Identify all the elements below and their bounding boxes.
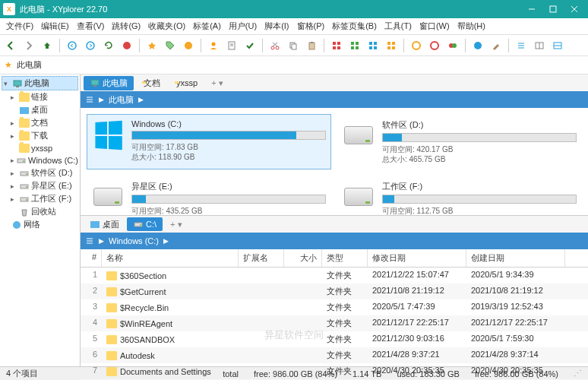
tree-item[interactable]: 网络 (2, 218, 78, 231)
hamburger-icon[interactable] (85, 95, 94, 104)
tree-item[interactable]: 回收站 (2, 205, 78, 218)
menu-item[interactable]: 跳转(G) (109, 19, 144, 33)
menu-item[interactable]: 帮助(H) (454, 19, 488, 33)
forward-button[interactable] (21, 38, 36, 53)
col-created[interactable]: 创建日期 (466, 249, 565, 267)
grid-yellow-icon[interactable] (384, 38, 399, 53)
cut-icon[interactable] (267, 38, 283, 53)
tree-item[interactable]: ▸异星区 (E:) (2, 179, 78, 192)
palette-icon[interactable] (470, 38, 485, 53)
table-row[interactable]: 6Autodesk文件夹2021/4/28 9:37:212021/4/28 9… (81, 347, 588, 363)
minimize-button[interactable] (521, 0, 542, 18)
circle-yellow-icon[interactable] (409, 38, 424, 53)
menu-item[interactable]: 编辑(E) (38, 19, 72, 33)
menu-item[interactable]: 文件(F) (3, 19, 36, 33)
check-icon[interactable] (242, 38, 258, 53)
drive-tile[interactable]: Windows (C:)可用空间: 17.83 GB总大小: 118.90 GB (87, 114, 331, 169)
star-icon[interactable]: ★ (5, 60, 12, 70)
table-row[interactable]: 3$Recycle.Bin文件夹2020/5/1 7:47:392019/3/1… (81, 299, 588, 315)
menu-item[interactable]: 标签页集(B) (329, 19, 380, 33)
col-index[interactable]: # (81, 249, 102, 267)
col-modified[interactable]: 修改日期 (368, 249, 466, 267)
menu-item[interactable]: 工具(T) (381, 19, 415, 33)
breadcrumb-segment[interactable]: Windows (C:) (109, 236, 159, 245)
stop-button[interactable] (119, 38, 134, 53)
script-icon[interactable] (224, 38, 239, 53)
tree-item[interactable]: ▸工作区 (F:) (2, 192, 78, 205)
home-icon[interactable] (181, 38, 196, 53)
list-icon[interactable] (514, 38, 529, 53)
menu-item[interactable]: 收藏夹(O) (145, 19, 188, 33)
tree-item[interactable]: ▾此电脑 (2, 76, 78, 90)
panel-icon[interactable] (532, 38, 547, 53)
file-list-body[interactable]: 1$360Section文件夹2021/12/22 15:07:472020/5… (81, 268, 588, 380)
tag-icon[interactable] (163, 38, 178, 53)
tree-item[interactable]: ▸Windows (C:) (2, 154, 78, 166)
menu-item[interactable]: 窗格(P) (294, 19, 328, 33)
tab-add-button[interactable]: + ▾ (205, 77, 229, 90)
tab[interactable]: 此电脑 (84, 76, 134, 90)
col-size[interactable]: 大小 (284, 249, 322, 267)
grid-blue-icon[interactable] (365, 38, 381, 53)
close-button[interactable] (564, 0, 585, 18)
history-back-button[interactable] (65, 38, 80, 53)
tree-twisty-icon[interactable]: ▾ (4, 80, 11, 87)
tree-item[interactable]: ▸下载 (2, 129, 78, 142)
tab[interactable]: C:\ (127, 217, 163, 231)
paste-icon[interactable] (304, 38, 319, 53)
tree-twisty-icon[interactable]: ▸ (11, 157, 14, 164)
maximize-button[interactable] (542, 0, 564, 18)
tab[interactable]: yxssp (168, 77, 204, 89)
hamburger-icon[interactable] (85, 236, 94, 245)
drive-tile[interactable]: 工作区 (F:)可用空间: 112.75 GB总大小: 118.90 GB (337, 176, 582, 215)
history-forward-button[interactable] (83, 38, 98, 53)
refresh-button[interactable] (101, 38, 116, 53)
tree-item[interactable]: 桌面 (2, 103, 78, 116)
table-row[interactable]: 5360SANDBOX文件夹2021/12/30 9:03:162020/5/1… (81, 331, 588, 347)
circle-mix-icon[interactable] (445, 38, 460, 53)
drive-tile[interactable]: 软件区 (D:)可用空间: 420.17 GB总大小: 465.75 GB (337, 114, 582, 169)
tree-twisty-icon[interactable]: ▸ (11, 119, 17, 127)
grid-red-icon[interactable] (329, 38, 344, 53)
breadcrumb-segment[interactable]: 此电脑 (109, 94, 134, 106)
tree-twisty-icon[interactable]: ▸ (11, 195, 17, 203)
tab[interactable]: 桌面 (84, 217, 125, 232)
col-type[interactable]: 类型 (322, 249, 368, 267)
copy-icon[interactable] (286, 38, 301, 53)
menu-item[interactable]: 窗口(W) (416, 19, 453, 33)
pane-bottom-breadcrumb[interactable]: ▶ Windows (C:) ▶ (81, 233, 588, 249)
menu-item[interactable]: 脚本(I) (261, 19, 292, 33)
up-button[interactable] (40, 38, 55, 53)
brush-icon[interactable] (488, 38, 504, 53)
grid-green-icon[interactable] (347, 38, 362, 53)
tree-item[interactable]: ▸文档 (2, 116, 78, 129)
col-ext[interactable]: 扩展名 (239, 249, 284, 267)
table-row[interactable]: 2$GetCurrent文件夹2021/10/8 21:19:122021/10… (81, 283, 588, 299)
tree-item[interactable]: ▸软件区 (D:) (2, 166, 78, 179)
menu-item[interactable]: 标签(A) (190, 19, 224, 33)
tree-twisty-icon[interactable]: ▸ (11, 182, 17, 190)
tree-twisty-icon[interactable]: ▸ (11, 132, 17, 140)
tab[interactable]: 文档 (135, 76, 166, 90)
circle-red-icon[interactable] (427, 38, 442, 53)
resize-grip-icon[interactable]: ⋰ (574, 369, 582, 378)
menu-item[interactable]: 查看(V) (74, 19, 108, 33)
menu-item[interactable]: 用户(U) (226, 19, 260, 33)
table-row[interactable]: 1$360Section文件夹2021/12/22 15:07:472020/5… (81, 268, 588, 283)
address-text[interactable]: 此电脑 (17, 59, 42, 71)
tree-item[interactable]: ▸链接 (2, 90, 78, 103)
file-list-header[interactable]: # 名称 扩展名 大小 类型 修改日期 创建日期 (81, 249, 588, 268)
drive-tile[interactable]: 异星区 (E:)可用空间: 435.25 GB总大小: 465.75 GB (87, 176, 331, 215)
tree-item[interactable]: yxssp (2, 142, 78, 154)
panel2-icon[interactable] (550, 38, 565, 53)
tree-twisty-icon[interactable]: ▸ (11, 169, 17, 177)
folder-tree[interactable]: ▾此电脑▸链接桌面▸文档▸下载yxssp▸Windows (C:)▸软件区 (D… (0, 74, 81, 366)
tree-twisty-icon[interactable]: ▸ (11, 93, 17, 101)
pane-top-breadcrumb[interactable]: ▶ 此电脑 ▶ (81, 91, 588, 108)
tab-add-button[interactable]: + ▾ (164, 218, 188, 231)
favorite-icon[interactable] (144, 38, 160, 53)
back-button[interactable] (3, 38, 18, 53)
col-name[interactable]: 名称 (102, 249, 239, 267)
user-icon[interactable] (206, 38, 221, 53)
table-row[interactable]: 4$WinREAgent文件夹2021/12/17 22:25:172021/1… (81, 315, 588, 331)
